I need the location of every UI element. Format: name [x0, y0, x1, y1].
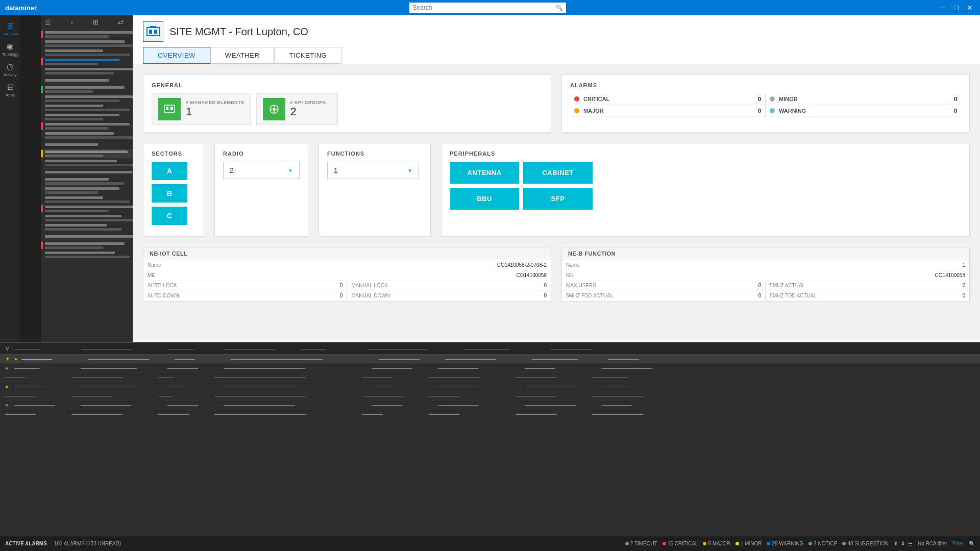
svg-rect-2: [154, 30, 157, 34]
ne-b-function-panel: NE-B FUNCTION Name 1 ME CO14100058 MAX U…: [561, 247, 970, 302]
managed-elements-card[interactable]: # MANAGED ELEMENTS 1: [152, 93, 251, 125]
bottom-panel-active-row[interactable]: ▼ ● —————— ———————————— ———— ———————————…: [0, 355, 980, 364]
bbu-button[interactable]: BBU: [450, 188, 519, 210]
rca-filter-badge: No RCA filter: [918, 541, 947, 546]
functions-dropdown[interactable]: 1 ▼: [327, 162, 419, 179]
major-badge: 6 MAJOR: [703, 541, 730, 546]
bottom-panel-row[interactable]: ———— —————————— ——— —————————————————— —…: [0, 373, 980, 382]
cell-sub-section: AUTO LOCK 0 AUTO DOWN 0 MANUAL LOCK 0: [143, 281, 551, 301]
antenna-button[interactable]: ANTENNA: [450, 162, 519, 184]
filter-icon-2[interactable]: ⬇: [901, 541, 905, 546]
bp-col-end: ————————: [551, 346, 622, 352]
top-sections-row: GENERAL # MANAGED ELEMENTS 1: [143, 74, 970, 133]
minor-status-dot: [736, 542, 739, 545]
sidebar-icon-label-surveyor: Surveyor: [2, 32, 18, 36]
row-id: ————: [175, 356, 226, 362]
search-container[interactable]: 🔍: [409, 3, 566, 13]
chevron-right-icon[interactable]: ›: [71, 18, 73, 26]
sector-b-button[interactable]: B: [152, 184, 187, 203]
maximize-button[interactable]: □: [952, 4, 961, 12]
chevron-down-icon: ▼: [5, 356, 10, 362]
critical-count: 15 CRITICAL: [668, 541, 698, 546]
cabinet-button[interactable]: CABINET: [523, 162, 593, 184]
bp-col-name: —————: [15, 346, 76, 352]
search-input[interactable]: [412, 4, 556, 11]
bp-col-last: —————————: [464, 346, 546, 352]
filter-icon-1[interactable]: ⬆: [894, 541, 898, 546]
row-path: ——————————————————: [231, 356, 374, 362]
page-header: SITE MGMT - Fort Lupton, CO OVERVIEW WEA…: [133, 15, 980, 64]
functions-section: FUNCTIONS 1 ▼: [318, 143, 431, 237]
nb-iot-cell-table: Name CO1410058-2-0708-2 ME CO14100058: [143, 260, 551, 281]
bottom-panel-header: ∨ ————— —————————— ————— —————————— ————…: [0, 343, 980, 355]
svg-rect-7: [166, 107, 168, 110]
major-value: 0: [758, 108, 761, 114]
sidebar-icon-topology[interactable]: ◉ Topology: [1, 40, 19, 58]
bottom-panel-row[interactable]: ● ———————— —————————— —————— ———————————…: [0, 400, 980, 410]
filter-icon-3[interactable]: ☰: [908, 541, 913, 546]
page-title-row: SITE MGMT - Fort Lupton, CO: [143, 21, 970, 42]
warning-label: WARNING: [779, 108, 954, 114]
surveyor-icon: ⊞: [7, 21, 14, 31]
alarms-count: 103 ALARMS (103 UNREAD): [54, 541, 121, 546]
bp-col-info: ——————————: [224, 346, 296, 352]
table-row: MAX USERS 0: [562, 281, 766, 291]
bottom-panel-row[interactable]: ● —————— ——————————— ———— ——————————————…: [0, 382, 980, 391]
warning-badge: 29 WARNING: [767, 541, 803, 546]
functions-value: 1: [334, 166, 338, 174]
tab-overview[interactable]: OVERVIEW: [143, 47, 210, 64]
peripherals-section: PERIPHERALS ANTENNA CABINET BBU SFP: [441, 143, 970, 237]
timeout-label: 2 TIMEOUT: [630, 541, 657, 546]
sidebar-icon-surveyor[interactable]: ⊞ Surveyor: [1, 19, 19, 38]
radio-dropdown[interactable]: 2 ▼: [223, 162, 300, 179]
sector-c-button[interactable]: C: [152, 207, 187, 225]
kpi-groups-icon: [263, 98, 285, 120]
sfp-button[interactable]: SFP: [523, 188, 593, 210]
table-row: ME CO14100058: [562, 270, 969, 281]
content-area: SITE MGMT - Fort Lupton, CO OVERVIEW WEA…: [133, 15, 980, 342]
critical-label: CRITICAL: [583, 96, 758, 102]
suggestion-status-dot: [842, 542, 846, 545]
ne-b-function-title: NE-B FUNCTION: [562, 247, 969, 260]
hamburger-icon[interactable]: ☰: [45, 18, 51, 26]
app-logo: dataminer: [5, 4, 37, 12]
sector-a-button[interactable]: A: [152, 162, 187, 180]
grid-icon[interactable]: ⊞: [93, 18, 99, 26]
major-label: MAJOR: [583, 108, 758, 114]
5mhz-fdd-actual-value: 0: [644, 291, 766, 301]
bottom-panel-columns: ————— —————————— ————— —————————— ————— …: [15, 346, 975, 352]
site-mgmt-icon: [146, 24, 160, 39]
notice-count: 2 NOTICE: [814, 541, 837, 546]
table-row: 5MHZ ACTUAL 0: [766, 281, 969, 291]
search-status-icon[interactable]: 🔍: [969, 541, 975, 546]
managed-elements-info: # MANAGED ELEMENTS 1: [186, 100, 244, 118]
row-end: —————————: [532, 356, 603, 362]
close-button[interactable]: ✕: [965, 4, 975, 12]
info-panels-row: NB IOT CELL Name CO1410058-2-0708-2 ME C…: [143, 247, 970, 302]
expand-icon[interactable]: ∨: [5, 345, 10, 352]
tab-weather[interactable]: WEATHER: [210, 47, 275, 64]
kpi-groups-card[interactable]: # KPI GROUPS 2: [256, 93, 338, 125]
status-bar-icons: ⬆ ⬇ ☰: [894, 541, 913, 546]
bottom-panel-row[interactable]: —————— ———————— ——— —————————————————— —…: [0, 391, 980, 400]
bottom-panel-row[interactable]: ● ————— ——————————— —————— —————————————…: [0, 364, 980, 373]
table-row: 5MHZ TDD ACTUAL 0: [766, 291, 969, 301]
swap-icon[interactable]: ⇄: [118, 18, 124, 26]
cell-name-label: Name: [143, 260, 306, 270]
bottom-panel-row[interactable]: —————— —————————— —————— ———————————————…: [0, 410, 980, 419]
filter-label[interactable]: Filter: [952, 541, 964, 546]
sidebar-icon-apps[interactable]: ⊟ Apps: [1, 81, 19, 99]
sidebar-icon-activity[interactable]: ◷ Activity: [1, 60, 19, 79]
cell-me-value: CO14100058: [306, 270, 551, 281]
tab-ticketing[interactable]: TICKETING: [274, 47, 341, 64]
window-controls: ─ □ ✕: [939, 4, 975, 12]
manual-down-value: 0: [429, 291, 551, 301]
max-users-value: 0: [644, 281, 766, 291]
minor-value: 0: [954, 96, 957, 102]
major-dot: [574, 108, 579, 113]
kpi-groups-label: # KPI GROUPS: [290, 100, 326, 105]
manual-down-label: MANUAL DOWN: [347, 291, 429, 301]
minimize-button[interactable]: ─: [939, 4, 948, 12]
ne-b-function-table: Name 1 ME CO14100058: [562, 260, 969, 281]
critical-badge: 15 CRITICAL: [663, 541, 698, 546]
